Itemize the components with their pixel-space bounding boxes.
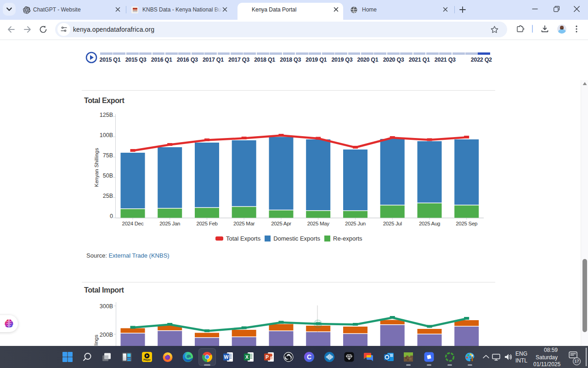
svg-text:300B: 300B: [100, 303, 113, 310]
svg-text:P: P: [266, 354, 269, 360]
svg-text:Player: Player: [143, 358, 151, 361]
svg-text:C: C: [307, 353, 311, 361]
svg-text:Kenyan Shillings: Kenyan Shillings: [93, 334, 99, 346]
svg-text:W: W: [224, 354, 229, 360]
svg-text:200B: 200B: [100, 332, 113, 338]
svg-text:X: X: [245, 354, 249, 360]
